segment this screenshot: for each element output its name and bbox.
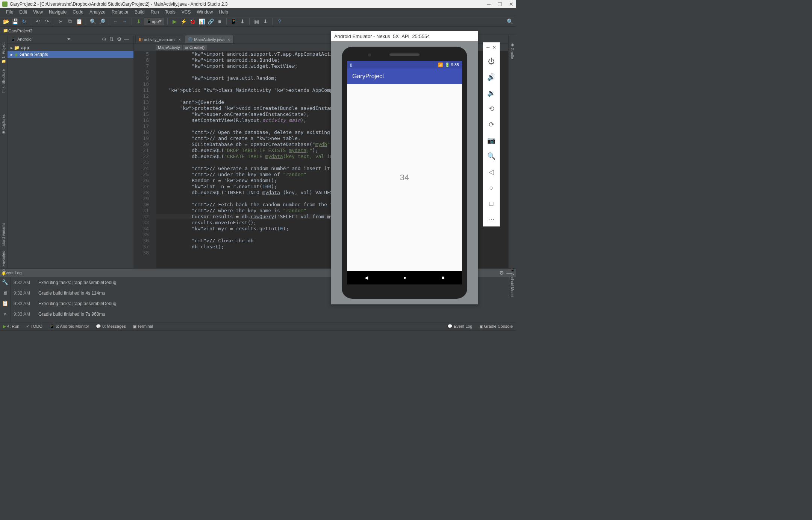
- attach-icon[interactable]: 🔗: [207, 18, 214, 25]
- volume-down-icon[interactable]: 🔉: [487, 88, 496, 97]
- home-icon[interactable]: ○: [487, 183, 496, 192]
- tab-structure[interactable]: ⬚ 7: Structure: [2, 69, 6, 94]
- rotate-left-icon[interactable]: ⟲: [487, 104, 496, 113]
- bottom-todo[interactable]: ✓ TODO: [26, 324, 42, 329]
- window-title: GaryProject2 - [C:\Users\rushd\Dropbox\A…: [10, 2, 487, 7]
- copy-icon[interactable]: ⧉: [66, 18, 74, 25]
- run-icon[interactable]: ▶: [171, 18, 178, 25]
- menu-analyze[interactable]: Analyze: [86, 9, 109, 15]
- close-tab-icon[interactable]: ×: [227, 37, 230, 42]
- tab-captures[interactable]: ◉ Captures: [2, 114, 6, 135]
- emu-minimize-icon[interactable]: ─: [486, 45, 490, 50]
- menu-build[interactable]: Build: [132, 9, 148, 15]
- bottom-run[interactable]: ▶ 4: Run: [3, 324, 19, 329]
- hide-icon[interactable]: —: [123, 35, 130, 43]
- sdk-icon[interactable]: ⬇: [239, 18, 246, 25]
- line-number-gutter[interactable]: 5 6 7 8 9 10 11 12 13 14 15 16 17 18 19 …: [134, 51, 153, 268]
- save-icon[interactable]: 💾: [11, 18, 19, 25]
- tab-gradle[interactable]: ◉ Gradle: [510, 43, 514, 59]
- help-icon[interactable]: ?: [276, 18, 283, 25]
- tab-build-variants[interactable]: Build Variants: [2, 223, 6, 246]
- power-icon[interactable]: ⏻: [487, 57, 496, 66]
- zoom-icon[interactable]: 🔍: [487, 152, 496, 161]
- menu-window[interactable]: Window: [194, 9, 216, 15]
- tab-activity-main-xml[interactable]: ◧ activity_main.xml ×: [135, 35, 184, 43]
- settings-icon[interactable]: ⚙: [115, 35, 123, 43]
- undo-icon[interactable]: ↶: [34, 18, 42, 25]
- emu-close-icon[interactable]: ✕: [492, 45, 496, 50]
- project-view-select[interactable]: 📱 Android: [11, 37, 70, 42]
- camera-icon[interactable]: 📷: [487, 136, 496, 145]
- close-button[interactable]: ✕: [509, 1, 514, 7]
- close-tab-icon[interactable]: ×: [179, 37, 181, 42]
- forward-icon[interactable]: →: [121, 18, 129, 25]
- nav-recent-icon[interactable]: ■: [442, 275, 444, 280]
- back-icon[interactable]: ◁: [487, 167, 496, 176]
- tab-main-activity-java[interactable]: Ⓒ MainActivity.java ×: [185, 35, 233, 43]
- search-everywhere-icon[interactable]: 🔍: [506, 18, 514, 25]
- event-log-row[interactable]: 9:33 AMGradle build finished in 7s 968ms: [14, 312, 513, 317]
- expand-icon[interactable]: »: [2, 310, 9, 318]
- breadcrumb-item[interactable]: GaryProject2: [8, 29, 32, 33]
- mark-icon[interactable]: 📋: [2, 300, 9, 307]
- collapse-icon[interactable]: ⊙: [100, 35, 108, 43]
- make-icon[interactable]: ⬇: [135, 18, 142, 25]
- sync-icon[interactable]: ↻: [20, 18, 28, 25]
- minimize-button[interactable]: ─: [487, 1, 491, 7]
- open-icon[interactable]: 📂: [2, 18, 10, 25]
- tab-project[interactable]: 📁 1: Project: [2, 43, 6, 64]
- filter-icon[interactable]: 🔧: [2, 278, 9, 286]
- bottom-event-log[interactable]: 💬 Event Log: [447, 324, 473, 329]
- crumb-class[interactable]: MainActivity: [156, 45, 182, 50]
- menu-view[interactable]: View: [30, 9, 46, 15]
- menu-code[interactable]: Code: [70, 9, 86, 15]
- maximize-button[interactable]: ☐: [497, 1, 502, 7]
- menu-edit[interactable]: Edit: [16, 9, 30, 15]
- profile-icon[interactable]: 📊: [198, 18, 205, 25]
- nav-home-icon[interactable]: ●: [403, 275, 406, 280]
- menu-help[interactable]: Help: [216, 9, 231, 15]
- menu-run[interactable]: Run: [148, 9, 162, 15]
- phone-status-bar: ▯ 📶 🔋 9:35: [347, 61, 462, 68]
- phone-frame: ▯ 📶 🔋 9:35 GaryProject 34 ◀ ● ■: [342, 47, 467, 299]
- run-config-select[interactable]: 📱 app: [144, 18, 164, 25]
- more-icon[interactable]: ⋯: [487, 215, 496, 224]
- tree-item-app[interactable]: ▸ 📁 app: [8, 44, 133, 51]
- find-icon[interactable]: 🔍: [89, 18, 97, 25]
- tab-android-model[interactable]: 📱 Android Model: [510, 268, 514, 297]
- tab-favorites[interactable]: ⭐ 2: Favorites: [2, 251, 6, 276]
- menu-vcs[interactable]: VCS: [179, 9, 194, 15]
- rotate-right-icon[interactable]: ⟳: [487, 120, 496, 129]
- scroll-icon[interactable]: ⇅: [108, 35, 115, 43]
- emulator-window[interactable]: Android Emulator - Nexus_5X_API_25:5554 …: [331, 31, 478, 304]
- overview-icon[interactable]: □: [487, 199, 496, 208]
- menu-navigate[interactable]: Navigate: [46, 9, 70, 15]
- cut-icon[interactable]: ✂: [57, 18, 65, 25]
- menubar: File Edit View Navigate Code Analyze Ref…: [0, 8, 516, 16]
- tree-item-gradle-scripts[interactable]: ▸ ◉ Gradle Scripts: [8, 51, 133, 58]
- paste-icon[interactable]: 📋: [75, 18, 83, 25]
- apply-changes-icon[interactable]: ⚡: [180, 18, 187, 25]
- replace-icon[interactable]: 🔎: [98, 18, 106, 25]
- bottom-terminal[interactable]: ▣ Terminal: [133, 324, 153, 329]
- menu-file[interactable]: File: [3, 9, 16, 15]
- menu-tools[interactable]: Tools: [162, 9, 179, 15]
- layout-icon[interactable]: ▦: [253, 18, 260, 25]
- gear-icon[interactable]: ⚙: [498, 269, 505, 277]
- back-icon[interactable]: ←: [112, 18, 120, 25]
- screen-icon[interactable]: 🖥: [2, 289, 9, 296]
- sdk-manager-icon[interactable]: ⬇: [262, 18, 269, 25]
- bottom-messages[interactable]: 💬 0: Messages: [96, 324, 126, 329]
- bottom-android-monitor[interactable]: 📱 6: Android Monitor: [49, 324, 89, 329]
- avd-icon[interactable]: 📱: [230, 18, 237, 25]
- bottom-gradle-console[interactable]: ▣ Gradle Console: [479, 324, 513, 329]
- redo-icon[interactable]: ↷: [43, 18, 51, 25]
- volume-up-icon[interactable]: 🔊: [487, 73, 496, 82]
- menu-refactor[interactable]: Refactor: [109, 9, 132, 15]
- crumb-method[interactable]: onCreate(): [183, 45, 207, 50]
- phone-time: 9:35: [451, 62, 459, 67]
- nav-back-icon[interactable]: ◀: [365, 275, 368, 280]
- left-tool-gutter: 📁 1: Project ⬚ 7: Structure ◉ Captures B…: [0, 35, 8, 268]
- stop-icon[interactable]: ■: [216, 18, 223, 25]
- debug-icon[interactable]: 🐞: [189, 18, 196, 25]
